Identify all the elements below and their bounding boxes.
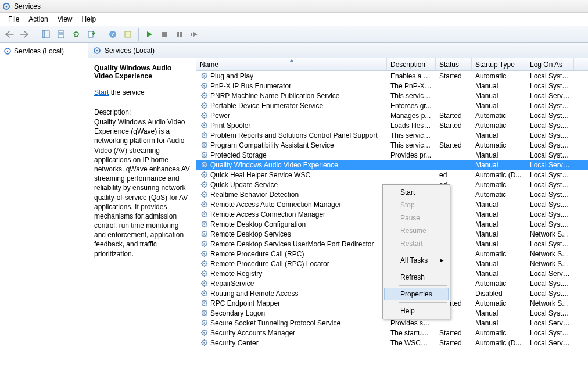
svg-point-31 [203,85,205,87]
stop-service-button[interactable] [157,27,171,41]
column-header-name[interactable]: Name [196,58,387,70]
menu-view[interactable]: View [53,14,77,24]
toolbar-unknown-button[interactable] [121,27,135,41]
service-row[interactable]: Security Accounts ManagerThe startup ...… [196,328,588,338]
service-row[interactable]: PNRP Machine Name Publication ServiceThi… [196,91,588,101]
svg-line-96 [202,143,202,144]
gear-icon [200,141,208,149]
svg-rect-14 [180,32,182,37]
tree-root-services[interactable]: Services (Local) [2,46,85,56]
service-row[interactable]: Portable Device Enumerator ServiceEnforc… [196,101,588,110]
column-header-startup[interactable]: Startup Type [472,58,526,70]
svg-line-166 [202,212,202,213]
back-button[interactable] [2,27,16,41]
context-menu-item[interactable]: Help [384,305,449,317]
right-pane: Services (Local) Quality Windows Audio V… [88,43,588,390]
context-menu-item[interactable]: All Tasks [384,254,449,267]
svg-line-237 [206,285,206,285]
forward-button[interactable] [17,27,31,41]
service-row[interactable]: Security CenterThe WSCSV...StartedAutoma… [196,338,588,348]
start-link[interactable]: Start [94,88,109,96]
gear-icon [200,289,208,298]
restart-service-button[interactable] [188,27,202,41]
start-service-button[interactable] [142,27,156,41]
service-startup: Manual [472,260,526,268]
service-status: Started [436,121,472,130]
service-name: Security Center [210,339,259,347]
svg-point-181 [203,233,205,235]
window-titlebar: Services [0,0,588,13]
svg-line-256 [202,301,202,302]
svg-line-87 [206,137,206,137]
service-logon: Local Syste... [526,289,574,298]
service-row[interactable]: PnP-X IP Bus EnumeratorThe PnP-X ...Manu… [196,81,588,91]
service-description: This service ... [387,141,436,149]
service-row[interactable]: Secure Socket Tunneling Protocol Service… [196,318,588,328]
svg-line-198 [202,245,202,246]
console-tree[interactable]: Services (Local) [0,43,88,390]
svg-line-68 [202,117,202,117]
service-startup: Automatic (D... [472,171,526,179]
service-logon: Local Syste... [526,309,574,317]
svg-line-259 [206,301,206,302]
menu-file[interactable]: File [3,14,24,24]
service-row[interactable]: Print SpoolerLoads files t...StartedAuto… [196,120,588,130]
svg-line-86 [202,133,202,134]
service-name: Remote Desktop Configuration [210,220,306,228]
context-menu-item[interactable]: Start [384,186,449,199]
svg-point-41 [203,95,205,96]
toolbar-divider [102,28,102,41]
column-header-logon[interactable]: Log On As [526,58,574,70]
services-app-icon [2,2,10,10]
column-header-status[interactable]: Status [436,58,472,70]
service-startup: Manual [472,102,526,110]
service-row[interactable]: Quality Windows Audio Video ExperienceMa… [196,160,588,170]
svg-line-106 [202,153,202,153]
svg-line-79 [206,123,206,124]
gear-icon [200,102,208,110]
svg-line-137 [206,186,206,187]
context-menu-item[interactable]: Properties [384,288,449,300]
service-row[interactable]: Program Compatibility Assistant ServiceT… [196,140,588,150]
refresh-button[interactable] [69,27,83,41]
service-row[interactable]: Plug and PlayEnables a c...StartedAutoma… [196,71,588,81]
context-menu-item[interactable]: Refresh [384,271,449,284]
service-row[interactable]: Quick Heal Helper Service WSCedAutomatic… [196,170,588,180]
export-list-button[interactable] [84,27,98,41]
help-button[interactable]: ? [106,27,120,41]
gear-icon [200,280,208,288]
svg-line-177 [206,226,206,226]
detail-panel: Quality Windows Audio Video Experience S… [88,58,196,390]
menu-action[interactable]: Action [24,14,52,24]
gear-icon [200,72,208,80]
service-logon: Local Syste... [526,151,574,159]
service-name: Problem Reports and Solutions Control Pa… [210,131,378,139]
service-startup: Automatic [472,72,526,80]
service-logon: Local Syste... [526,210,574,219]
svg-line-216 [202,262,202,262]
svg-line-77 [206,127,206,127]
service-logon: Local Syste... [526,121,574,130]
properties-button[interactable] [54,27,68,41]
svg-line-127 [206,176,206,177]
svg-point-131 [203,184,205,185]
svg-line-58 [202,107,202,108]
context-menu[interactable]: StartStopPauseResumeRestartAll TasksRefr… [382,184,450,319]
detail-description-text: Quality Windows Audio Video Experience (… [94,117,190,259]
service-row[interactable]: Problem Reports and Solutions Control Pa… [196,130,588,140]
svg-line-299 [206,341,206,341]
pause-service-button[interactable] [173,27,187,41]
service-row[interactable]: PowerManages p...StartedAutomaticLocal S… [196,110,588,120]
service-startup: Automatic [472,280,526,288]
context-menu-separator [399,252,447,252]
service-logon: Local Syste... [526,141,574,149]
svg-rect-11 [125,31,131,37]
menu-help[interactable]: Help [77,14,101,24]
service-name: Secure Socket Tunneling Protocol Service [210,319,340,327]
column-header-description[interactable]: Description [387,58,436,70]
service-row[interactable]: Protected StorageProvides pr...ManualLoc… [196,150,588,160]
svg-text:?: ? [111,31,114,37]
svg-line-289 [206,331,206,331]
svg-point-17 [7,51,9,52]
show-hide-tree-button[interactable] [39,27,53,41]
